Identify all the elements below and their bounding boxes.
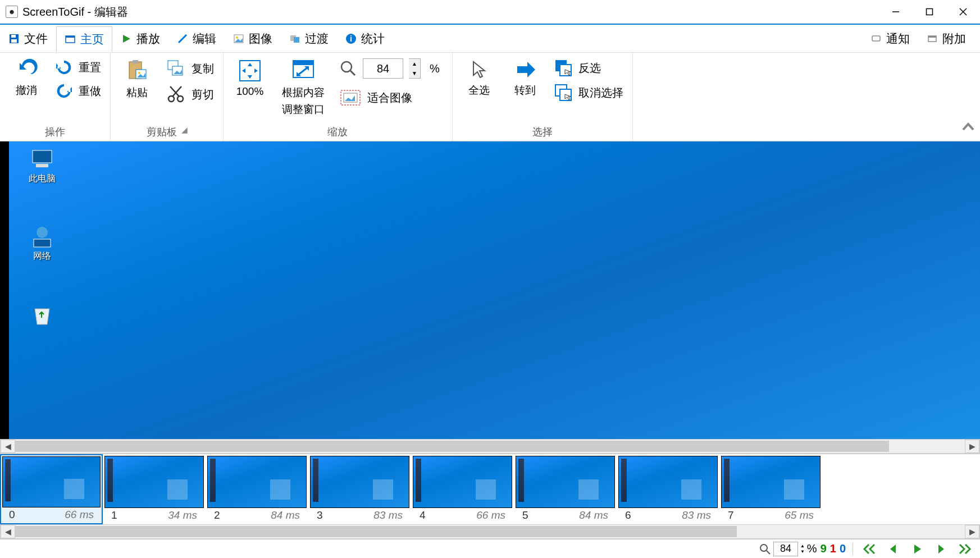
close-button[interactable] (946, 1, 980, 23)
svg-marker-62 (890, 545, 896, 554)
scroll-left-button[interactable]: ◀ (1, 525, 15, 538)
frame-index: 4 (420, 509, 426, 522)
inverse-button[interactable]: 反选 (550, 56, 627, 80)
svg-marker-49 (517, 62, 535, 77)
tab-stats[interactable]: i 统计 (337, 26, 393, 52)
scroll-thumb[interactable] (15, 526, 737, 537)
group-label: 操作 (45, 125, 65, 139)
desktop-icon-label: 网络 (33, 251, 51, 260)
svg-point-43 (341, 62, 352, 72)
preview-margin (0, 141, 9, 439)
status-zoom: ▲▼ % (759, 542, 817, 556)
tab-image[interactable]: 图像 (225, 26, 281, 52)
frame-item[interactable]: 584 ms (514, 454, 617, 524)
prev-frame-button[interactable] (883, 541, 904, 557)
zoom-100-button[interactable]: 100% (229, 56, 271, 100)
tab-file[interactable]: 文件 (0, 26, 56, 52)
select-all-button[interactable]: 全选 (458, 56, 500, 100)
next-frame-button[interactable] (931, 541, 951, 557)
ribbon-group-select: 全选 转到 反选 取消选择 选择 (453, 53, 633, 141)
svg-marker-63 (914, 545, 921, 554)
frame-info: 683 ms (618, 508, 718, 523)
frame-thumb (413, 456, 512, 508)
frame-index: 3 (317, 509, 323, 522)
frame-item[interactable]: 066 ms (0, 454, 103, 524)
group-label: 剪贴板 (147, 125, 177, 139)
scroll-right-button[interactable]: ▶ (965, 525, 979, 538)
chevron-up-icon (961, 120, 976, 134)
frame-info: 765 ms (721, 508, 821, 523)
frames-hscroll[interactable]: ◀ ▶ (0, 524, 980, 539)
goto-button[interactable]: 转到 (504, 56, 546, 100)
svg-rect-56 (33, 150, 52, 163)
preview-canvas[interactable]: 此电脑 网络 (0, 141, 980, 439)
tab-label: 图像 (249, 31, 272, 47)
double-right-icon (956, 543, 972, 555)
frame-info: 134 ms (104, 508, 204, 523)
tab-extras[interactable]: 附加 (918, 26, 974, 52)
zoom-spinner[interactable]: ▲▼ (409, 58, 421, 79)
frame-item[interactable]: 765 ms (719, 454, 822, 524)
undo-button[interactable]: 撤消 (6, 56, 47, 100)
frame-item[interactable]: 683 ms (617, 454, 719, 524)
scroll-left-button[interactable]: ◀ (1, 440, 15, 453)
frame-item[interactable]: 466 ms (411, 454, 514, 524)
tab-play[interactable]: 播放 (112, 26, 168, 52)
preview-image: 此电脑 网络 (9, 141, 980, 439)
svg-text:i: i (350, 34, 352, 43)
status-zoom-pct: % (807, 542, 817, 555)
right-icon (935, 543, 946, 555)
tab-notify[interactable]: 通知 (862, 26, 918, 52)
frame-index: 6 (625, 509, 631, 522)
scroll-track[interactable] (15, 440, 965, 453)
play-button[interactable] (907, 541, 927, 557)
svg-rect-57 (36, 164, 48, 167)
svg-rect-1 (927, 9, 933, 15)
svg-point-60 (760, 545, 767, 551)
deselect-button[interactable]: 取消选择 (550, 81, 627, 104)
fit-image-button[interactable]: 适合图像 (336, 86, 446, 109)
copy-button[interactable]: 复制 (162, 56, 217, 81)
scroll-track[interactable] (15, 525, 965, 538)
frame-item[interactable]: 134 ms (103, 454, 206, 524)
tab-label: 主页 (80, 31, 104, 47)
cut-button[interactable]: 剪切 (162, 82, 217, 107)
tab-transition[interactable]: 过渡 (281, 26, 337, 52)
scroll-thumb[interactable] (15, 441, 889, 452)
reset-icon (55, 58, 73, 76)
maximize-button[interactable] (913, 1, 946, 23)
status-zoom-spinner[interactable]: ▲▼ (800, 543, 805, 555)
svg-line-40 (298, 67, 308, 75)
frame-index: 2 (214, 509, 220, 522)
svg-marker-64 (938, 545, 944, 554)
redo-button[interactable]: 重做 (52, 80, 104, 102)
svg-rect-8 (66, 36, 75, 38)
svg-rect-20 (928, 36, 936, 38)
btn-label: 剪切 (192, 87, 214, 102)
tab-label: 通知 (886, 31, 910, 47)
dialog-launcher-icon[interactable]: ◢ (181, 125, 188, 139)
frame-duration: 84 ms (271, 509, 300, 522)
frame-item[interactable]: 383 ms (308, 454, 411, 524)
fit-window-button[interactable]: 根据内容 调整窗口 (275, 56, 331, 119)
tab-edit[interactable]: 编辑 (168, 26, 225, 52)
paste-button[interactable]: 粘贴 (116, 56, 158, 102)
minimize-button[interactable] (879, 1, 913, 23)
tab-label: 统计 (361, 31, 385, 47)
frame-item[interactable]: 284 ms (206, 454, 308, 524)
zoom-input[interactable] (363, 58, 403, 79)
info-icon: i (345, 33, 357, 44)
reset-button[interactable]: 重置 (52, 56, 104, 79)
frame-thumb (207, 456, 307, 508)
spin-up[interactable]: ▲ (409, 59, 420, 68)
scroll-right-button[interactable]: ▶ (965, 440, 979, 453)
last-frame-button[interactable] (954, 541, 974, 557)
preview-hscroll[interactable]: ◀ ▶ (0, 439, 980, 454)
collapse-ribbon-button[interactable] (961, 120, 976, 136)
tab-home[interactable]: 主页 (56, 26, 112, 52)
status-zoom-input[interactable] (773, 542, 798, 556)
spin-down[interactable]: ▼ (409, 68, 420, 78)
tab-label: 附加 (942, 31, 966, 47)
svg-rect-22 (133, 60, 138, 63)
first-frame-button[interactable] (860, 541, 880, 557)
